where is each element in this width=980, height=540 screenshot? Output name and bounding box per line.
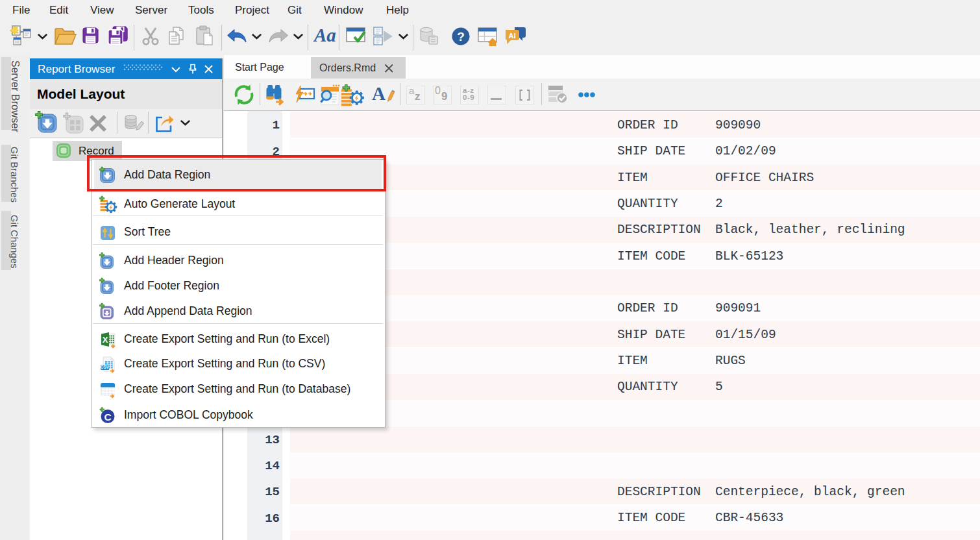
svg-text:CSV: CSV <box>100 365 109 369</box>
svg-text:?: ? <box>457 30 465 43</box>
svg-text:AI: AI <box>509 32 516 40</box>
svg-text:X: X <box>102 334 108 344</box>
svg-text:C: C <box>104 411 111 422</box>
